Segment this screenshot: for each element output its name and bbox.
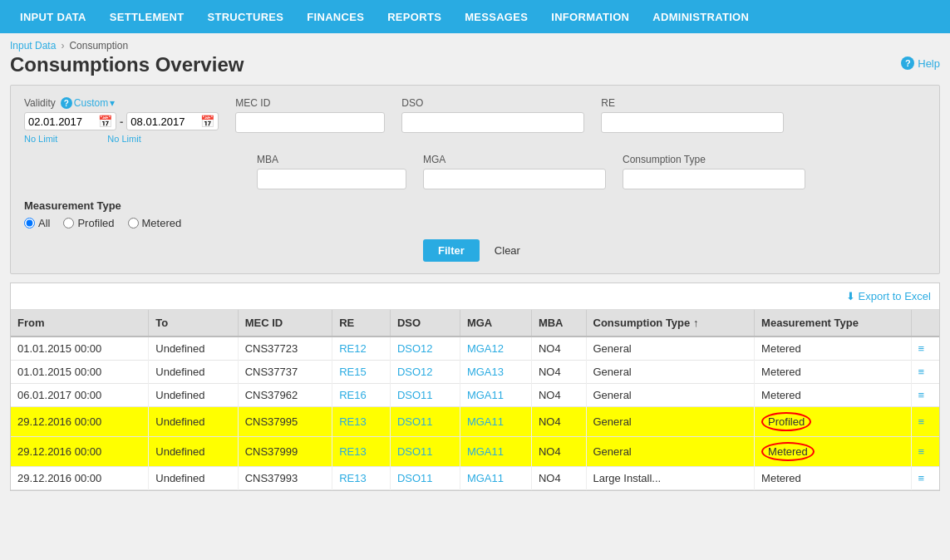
- filter-button[interactable]: Filter: [423, 239, 480, 262]
- cell-dso[interactable]: DSO12: [390, 336, 460, 361]
- cell-mga[interactable]: MGA11: [460, 467, 531, 490]
- cell-mec_id: CNS37995: [238, 407, 332, 437]
- link-mga[interactable]: MGA13: [467, 366, 504, 378]
- nav-messages[interactable]: MESSAGES: [453, 0, 539, 33]
- calendar-from-icon[interactable]: 📅: [98, 115, 112, 128]
- row-menu-icon[interactable]: ≡: [918, 472, 925, 484]
- cell-cons_type: Large Install...: [586, 467, 755, 490]
- nav-reports[interactable]: REPORTS: [376, 0, 453, 33]
- link-mga[interactable]: MGA11: [467, 445, 504, 458]
- link-re[interactable]: RE13: [339, 445, 367, 458]
- radio-all[interactable]: [24, 218, 35, 228]
- cell-re[interactable]: RE13: [332, 407, 391, 437]
- custom-button[interactable]: ? Custom ▾: [61, 97, 115, 109]
- mga-input[interactable]: [423, 169, 606, 189]
- radio-profiled-label[interactable]: Profiled: [63, 217, 114, 229]
- cell-from: 06.01.2017 00:00: [11, 384, 149, 407]
- cell-re[interactable]: RE12: [332, 336, 391, 361]
- cell-mga[interactable]: MGA11: [460, 437, 531, 467]
- nav-finances[interactable]: FINANCES: [295, 0, 376, 33]
- nav-settlement[interactable]: SETTLEMENT: [98, 0, 196, 33]
- col-mga: MGA: [460, 310, 531, 336]
- radio-all-label[interactable]: All: [24, 217, 50, 229]
- export-label: Export to Excel: [859, 290, 931, 302]
- mga-group: MGA: [423, 154, 606, 189]
- link-mga[interactable]: MGA11: [467, 389, 504, 401]
- dso-label: DSO: [401, 97, 584, 109]
- radio-group: All Profiled Metered: [24, 217, 926, 229]
- radio-metered-label[interactable]: Metered: [128, 217, 182, 229]
- link-dso[interactable]: DSO11: [397, 415, 433, 428]
- nav-information[interactable]: INFORMATION: [539, 0, 641, 33]
- cell-dso[interactable]: DSO12: [390, 361, 460, 384]
- cell-mga[interactable]: MGA11: [460, 407, 531, 437]
- link-dso[interactable]: DSO12: [397, 366, 433, 378]
- calendar-to-icon[interactable]: 📅: [200, 115, 214, 128]
- row-menu-icon[interactable]: ≡: [918, 342, 925, 355]
- cell-re[interactable]: RE15: [332, 361, 391, 384]
- row-menu-cell[interactable]: ≡: [911, 437, 939, 467]
- radio-all-text: All: [38, 217, 50, 229]
- link-mga[interactable]: MGA11: [467, 415, 504, 428]
- row-menu-icon[interactable]: ≡: [918, 445, 925, 458]
- export-to-excel-link[interactable]: ⬇ Export to Excel: [846, 290, 931, 302]
- link-mga[interactable]: MGA11: [467, 472, 504, 484]
- cell-re[interactable]: RE13: [332, 467, 391, 490]
- link-dso[interactable]: DSO11: [397, 445, 433, 458]
- link-dso[interactable]: DSO12: [397, 342, 433, 355]
- row-menu-icon[interactable]: ≡: [918, 415, 925, 428]
- cell-dso[interactable]: DSO11: [390, 437, 460, 467]
- mba-label: MBA: [257, 154, 406, 165]
- date-to-input[interactable]: [130, 115, 197, 128]
- no-limit-left[interactable]: No Limit: [24, 134, 57, 144]
- cell-meas_type: Metered: [755, 384, 911, 407]
- mba-input[interactable]: [257, 169, 406, 189]
- cell-mga[interactable]: MGA12: [460, 336, 531, 361]
- re-input[interactable]: [601, 112, 784, 133]
- nav-administration[interactable]: ADMINISTRATION: [641, 0, 760, 33]
- cell-mga[interactable]: MGA11: [460, 384, 531, 407]
- row-menu-icon[interactable]: ≡: [918, 389, 925, 401]
- link-dso[interactable]: DSO11: [397, 389, 433, 401]
- cell-meas_type: Profiled: [755, 407, 911, 437]
- no-limit-right[interactable]: No Limit: [107, 134, 140, 144]
- radio-metered[interactable]: [128, 218, 139, 228]
- mec-id-input[interactable]: [235, 112, 385, 133]
- link-re[interactable]: RE15: [339, 366, 367, 378]
- row-menu-cell[interactable]: ≡: [911, 361, 939, 384]
- cell-re[interactable]: RE16: [332, 384, 391, 407]
- clear-button[interactable]: Clear: [488, 239, 527, 262]
- cell-re[interactable]: RE13: [332, 437, 391, 467]
- consumption-type-input[interactable]: [623, 169, 805, 189]
- consumption-type-label: Consumption Type: [623, 154, 805, 165]
- date-from-input[interactable]: [28, 115, 95, 128]
- help-link[interactable]: ? Help: [901, 53, 940, 70]
- breadcrumb-parent[interactable]: Input Data: [10, 40, 56, 52]
- cell-mba: NO4: [531, 384, 586, 407]
- link-re[interactable]: RE12: [339, 342, 367, 355]
- cell-mec_id: CNS37737: [238, 361, 332, 384]
- col-consumption-type[interactable]: Consumption Type ↑: [586, 310, 755, 336]
- link-re[interactable]: RE13: [339, 472, 367, 484]
- cell-mba: NO4: [531, 437, 586, 467]
- row-menu-cell[interactable]: ≡: [911, 384, 939, 407]
- row-menu-cell[interactable]: ≡: [911, 336, 939, 361]
- row-menu-cell[interactable]: ≡: [911, 467, 939, 490]
- row-menu-cell[interactable]: ≡: [911, 407, 939, 437]
- nav-input-data[interactable]: INPUT DATA: [8, 0, 98, 33]
- link-re[interactable]: RE13: [339, 415, 367, 428]
- link-mga[interactable]: MGA12: [467, 342, 504, 355]
- radio-profiled-text: Profiled: [77, 217, 114, 229]
- link-re[interactable]: RE16: [339, 389, 367, 401]
- row-menu-icon[interactable]: ≡: [918, 366, 925, 378]
- date-to-wrap: 📅: [126, 112, 219, 130]
- cell-dso[interactable]: DSO11: [390, 384, 460, 407]
- link-dso[interactable]: DSO11: [397, 472, 433, 484]
- cell-dso[interactable]: DSO11: [390, 407, 460, 437]
- cell-mga[interactable]: MGA13: [460, 361, 531, 384]
- dso-input[interactable]: [401, 112, 584, 133]
- cell-dso[interactable]: DSO11: [390, 467, 460, 490]
- radio-profiled[interactable]: [63, 218, 74, 228]
- cell-to: Undefined: [149, 361, 238, 384]
- nav-structures[interactable]: STRUCTURES: [195, 0, 295, 33]
